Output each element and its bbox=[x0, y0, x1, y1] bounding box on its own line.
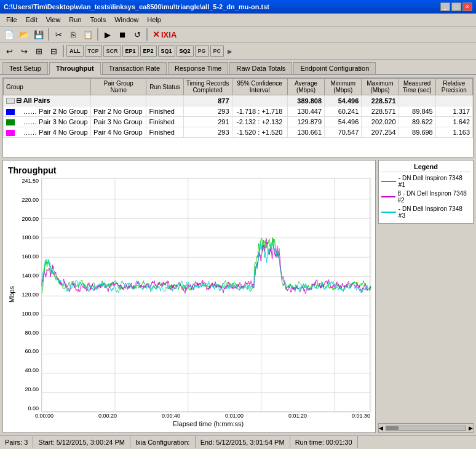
table-row-prec bbox=[435, 95, 472, 106]
tag-ep2[interactable]: EP2 bbox=[140, 46, 157, 57]
menu-run[interactable]: Run bbox=[65, 15, 85, 25]
y-label: 20.00 bbox=[17, 386, 39, 392]
close-button[interactable]: ✕ bbox=[462, 2, 472, 11]
tb2-btn4[interactable]: ⊟ bbox=[47, 44, 60, 58]
table-row-group: …… Pair 2 No Group bbox=[4, 106, 91, 117]
menu-help[interactable]: Help bbox=[143, 15, 165, 25]
title-text: C:\Users\Tim\Desktop\wlan_tests\linksys_… bbox=[4, 3, 269, 10]
tab-endpoint-config[interactable]: Endpoint Configuration bbox=[293, 62, 376, 74]
table-row-avg: 129.879 bbox=[287, 117, 324, 127]
minimize-button[interactable]: _ bbox=[440, 2, 450, 11]
status-start: Start: 5/12/2015, 3:00:24 PM bbox=[33, 436, 130, 448]
tab-raw-data-totals[interactable]: Raw Data Totals bbox=[229, 62, 292, 74]
status-end: End: 5/12/2015, 3:01:54 PM bbox=[196, 436, 290, 448]
toolbar-secondary: ↩ ↪ ⊞ ⊟ ALL TCP SCR EP1 EP2 SQ1 SQ2 PG P… bbox=[0, 43, 476, 60]
y-label: 80.00 bbox=[17, 330, 39, 336]
tag-scr[interactable]: SCR bbox=[103, 46, 121, 57]
table-row-records: 293 bbox=[183, 127, 232, 138]
menu-view[interactable]: View bbox=[42, 15, 65, 25]
table-row-min: 54.496 bbox=[325, 95, 362, 106]
tag-all[interactable]: ALL bbox=[66, 46, 84, 57]
y-label: 200.00 bbox=[17, 216, 39, 222]
table-row-records: 291 bbox=[183, 117, 232, 127]
open-button[interactable]: 📂 bbox=[17, 28, 31, 41]
separator-3 bbox=[146, 28, 148, 41]
y-label: 180.00 bbox=[17, 234, 39, 240]
tag-tcp[interactable]: TCP bbox=[85, 46, 102, 57]
col-measured-time: MeasuredTime (sec) bbox=[399, 79, 435, 95]
legend-items: - DN Dell Inspiron 7348 #1 8 - DN Dell I… bbox=[381, 175, 470, 219]
table-row-group: …… Pair 4 No Group bbox=[4, 127, 91, 138]
separator-4 bbox=[63, 45, 64, 57]
legend-color-line bbox=[381, 181, 396, 182]
table-row-confidence bbox=[232, 95, 287, 106]
reset-button[interactable]: ↺ bbox=[130, 28, 144, 41]
tag-pg[interactable]: PG bbox=[195, 46, 209, 57]
col-confidence: 95% ConfidenceInterval bbox=[232, 79, 287, 95]
legend-scroll-bar[interactable]: ◀ ▶ bbox=[378, 423, 474, 433]
tag-sq1[interactable]: SQ1 bbox=[158, 46, 175, 57]
tb2-btn3[interactable]: ⊞ bbox=[32, 44, 46, 58]
run-button[interactable]: ▶ bbox=[101, 28, 114, 41]
status-runtime: Run time: 00:01:30 bbox=[290, 436, 358, 448]
y-label: 140.00 bbox=[17, 272, 39, 279]
menu-file[interactable]: File bbox=[2, 15, 21, 25]
table-row-min: 54.496 bbox=[325, 117, 362, 127]
table-row-group: ⊟ All Pairs bbox=[4, 95, 91, 106]
tag-sq2[interactable]: SQ2 bbox=[177, 46, 194, 57]
table-row-prec: 1.163 bbox=[435, 127, 472, 138]
table-row-name: Pair 2 No Group bbox=[91, 106, 146, 117]
tb2-btn1[interactable]: ↩ bbox=[2, 44, 16, 58]
tb2-btn2[interactable]: ↪ bbox=[17, 44, 31, 58]
y-label: 40.00 bbox=[17, 367, 39, 373]
col-timing: Timing RecordsCompleted bbox=[183, 79, 232, 95]
results-table: Group Pair GroupName Run Status Timing R… bbox=[3, 78, 473, 138]
y-axis-labels: 241.50220.00200.00180.00160.00140.00120.… bbox=[17, 178, 41, 411]
y-label: 241.50 bbox=[17, 178, 39, 184]
menu-tools[interactable]: Tools bbox=[87, 15, 110, 25]
window-controls: _ □ ✕ bbox=[440, 2, 472, 11]
cut-button[interactable]: ✂ bbox=[52, 28, 65, 41]
table-row-max: 202.020 bbox=[362, 117, 399, 127]
table-row-max: 207.254 bbox=[362, 127, 399, 138]
horizontal-scrollbar[interactable] bbox=[3, 157, 473, 157]
maximize-button[interactable]: □ bbox=[451, 2, 461, 11]
copy-button[interactable]: ⎘ bbox=[66, 28, 80, 41]
menu-window[interactable]: Window bbox=[111, 15, 142, 25]
tab-transaction-rate[interactable]: Transaction Rate bbox=[102, 62, 167, 74]
tab-throughput[interactable]: Throughput bbox=[49, 62, 101, 75]
x-label: 0:00:40 bbox=[162, 413, 180, 419]
paste-button[interactable]: 📋 bbox=[81, 28, 95, 41]
save-button[interactable]: 💾 bbox=[32, 28, 46, 41]
table-row-time bbox=[399, 95, 435, 106]
table-row-status: Finished bbox=[146, 117, 183, 127]
table-row-prec: 1.642 bbox=[435, 117, 472, 127]
data-table-area: Group Pair GroupName Run Status Timing R… bbox=[2, 77, 474, 157]
legend-title: Legend bbox=[381, 163, 470, 172]
x-label: 0:00:00 bbox=[35, 413, 54, 419]
status-pairs: Pairs: 3 bbox=[0, 436, 33, 448]
tab-response-time[interactable]: Response Time bbox=[168, 62, 228, 74]
table-row-avg: 389.808 bbox=[287, 95, 324, 106]
table-row-name: Pair 3 No Group bbox=[91, 117, 146, 127]
legend-item-label: - DN Dell Inspiron 7348 #1 bbox=[399, 175, 470, 188]
menu-bar: File Edit View Run Tools Window Help bbox=[0, 14, 476, 26]
chart-title: Throughput bbox=[8, 165, 370, 175]
separator-1 bbox=[48, 28, 49, 41]
tag-pc[interactable]: PC bbox=[210, 46, 224, 57]
x-label: 0:01:00 bbox=[225, 413, 244, 419]
table-row-min: 70.547 bbox=[325, 127, 362, 138]
x-axis-labels: 0:00:000:00:200:00:400:01:000:01:200:01:… bbox=[35, 411, 370, 419]
col-run-status: Run Status bbox=[146, 79, 183, 95]
tab-test-setup[interactable]: Test Setup bbox=[2, 62, 48, 74]
menu-edit[interactable]: Edit bbox=[22, 15, 41, 25]
stop-button[interactable]: ⏹ bbox=[116, 28, 129, 41]
new-button[interactable]: 📄 bbox=[2, 28, 16, 41]
legend-item: 8 - DN Dell Inspiron 7348 #2 bbox=[381, 190, 470, 204]
tag-ep1[interactable]: EP1 bbox=[122, 46, 139, 57]
table-row-status: Finished bbox=[146, 127, 183, 138]
status-ixia: Ixia Configuration: bbox=[130, 436, 196, 448]
table-row-time: 89.622 bbox=[399, 117, 435, 127]
legend-item-label: - DN Dell Inspiron 7348 #3 bbox=[399, 205, 470, 219]
y-label: 160.00 bbox=[17, 253, 39, 260]
